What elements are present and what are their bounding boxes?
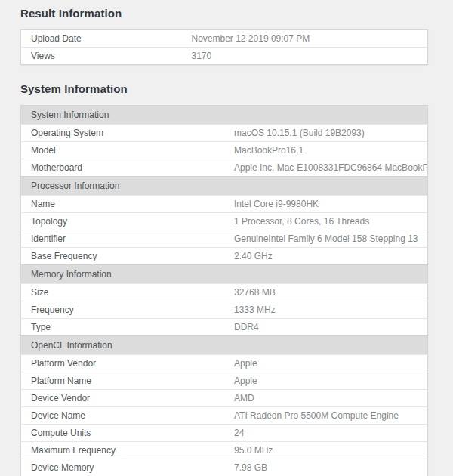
row-label: Compute Units	[21, 425, 225, 442]
result-information-table: Upload DateNovember 12 2019 09:07 PMView…	[20, 29, 428, 65]
table-row: Platform NameApple	[21, 372, 428, 390]
row-label: Type	[21, 319, 225, 336]
row-label: Frequency	[21, 301, 225, 319]
row-value: 1333 MHz	[224, 301, 428, 319]
row-label: Maximum Frequency	[21, 442, 225, 459]
table-row: IdentifierGenuineIntel Family 6 Model 15…	[21, 230, 428, 248]
table-row: Views3170	[21, 48, 428, 65]
row-label: Topology	[21, 213, 225, 230]
row-label: Motherboard	[21, 159, 225, 177]
row-value: macOS 10.15.1 (Build 19B2093)	[224, 125, 428, 142]
section-header-label: Memory Information	[21, 265, 428, 284]
result-information-table-body: Upload DateNovember 12 2019 09:07 PMView…	[21, 30, 428, 65]
system-information-table: System InformationOperating SystemmacOS …	[20, 105, 428, 476]
table-row: Maximum Frequency95.0 MHz	[21, 442, 428, 459]
row-label: Upload Date	[21, 30, 182, 48]
table-row: Platform VendorApple	[21, 355, 428, 372]
section-header-row: OpenCL Information	[21, 336, 428, 355]
row-value: GenuineIntel Family 6 Model 158 Stepping…	[224, 230, 428, 248]
system-information-heading: System Information	[20, 82, 428, 96]
row-label: Device Vendor	[21, 390, 225, 407]
row-value: Apple	[224, 372, 428, 390]
table-row: ModelMacBookPro16,1	[21, 142, 428, 159]
table-row: TypeDDR4	[21, 319, 428, 336]
row-label: Platform Name	[21, 372, 225, 390]
section-header-label: System Information	[21, 106, 428, 125]
section-header-row: System Information	[21, 106, 428, 125]
row-value: MacBookPro16,1	[224, 142, 428, 159]
benchmark-result-page: Result Information Upload DateNovember 1…	[0, 0, 453, 476]
system-information-table-body: System InformationOperating SystemmacOS …	[21, 106, 428, 476]
row-value: Apple	[224, 355, 428, 372]
row-value: Apple Inc. Mac-E1008331FDC96864 MacBookP…	[224, 159, 428, 177]
table-row: Frequency1333 MHz	[21, 301, 428, 319]
table-row: Device Memory7.98 GB	[21, 459, 428, 476]
table-row: NameIntel Core i9-9980HK	[21, 196, 428, 213]
row-label: Device Name	[21, 407, 225, 425]
row-value: 32768 MB	[224, 284, 428, 301]
row-label: Views	[21, 48, 182, 65]
row-value: Intel Core i9-9980HK	[224, 196, 428, 213]
row-value: AMD	[224, 390, 428, 407]
table-row: Upload DateNovember 12 2019 09:07 PM	[21, 30, 428, 48]
table-row: Operating SystemmacOS 10.15.1 (Build 19B…	[21, 125, 428, 142]
table-row: Device VendorAMD	[21, 390, 428, 407]
row-label: Size	[21, 284, 225, 301]
table-row: Topology1 Processor, 8 Cores, 16 Threads	[21, 213, 428, 230]
section-header-row: Memory Information	[21, 265, 428, 284]
row-label: Model	[21, 142, 225, 159]
row-label: Operating System	[21, 125, 225, 142]
table-row: Device NameATI Radeon Pro 5500M Compute …	[21, 407, 428, 425]
row-value: 1 Processor, 8 Cores, 16 Threads	[224, 213, 428, 230]
row-value: 7.98 GB	[224, 459, 428, 476]
result-information-heading: Result Information	[20, 7, 428, 20]
row-label: Base Frequency	[21, 248, 225, 265]
table-row: Base Frequency2.40 GHz	[21, 248, 428, 265]
row-label: Name	[21, 196, 225, 213]
section-header-row: Processor Information	[21, 177, 428, 196]
row-value: November 12 2019 09:07 PM	[182, 30, 428, 48]
row-value: 3170	[182, 48, 428, 65]
table-row: Size32768 MB	[21, 284, 428, 301]
row-value: ATI Radeon Pro 5500M Compute Engine	[224, 407, 428, 425]
row-value: 95.0 MHz	[224, 442, 428, 459]
section-header-label: OpenCL Information	[21, 336, 428, 355]
row-value: DDR4	[224, 319, 428, 336]
row-label: Device Memory	[21, 459, 225, 476]
row-value: 24	[224, 425, 428, 442]
row-value: 2.40 GHz	[224, 248, 428, 265]
row-label: Identifier	[21, 230, 225, 248]
table-row: Compute Units24	[21, 425, 428, 442]
section-header-label: Processor Information	[21, 177, 428, 196]
row-label: Platform Vendor	[21, 355, 225, 372]
table-row: MotherboardApple Inc. Mac-E1008331FDC968…	[21, 159, 428, 177]
